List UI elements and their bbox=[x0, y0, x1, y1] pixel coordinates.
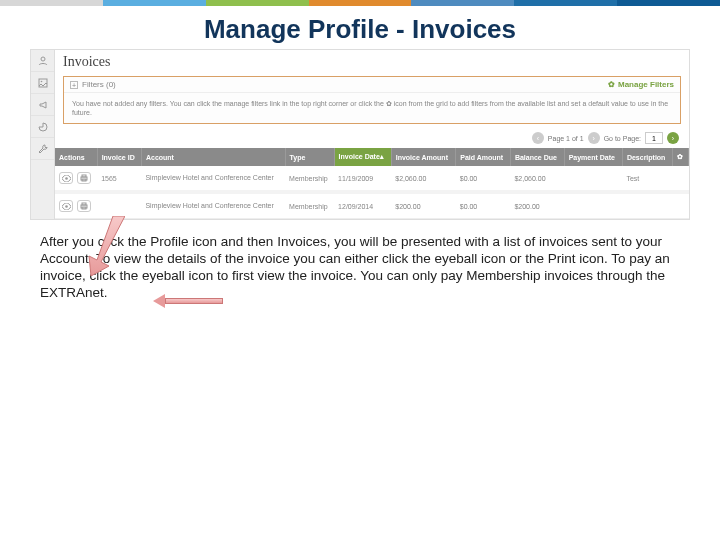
table-row: 1565 Simpleview Hotel and Conference Cen… bbox=[55, 166, 689, 192]
print-icon[interactable] bbox=[77, 172, 91, 184]
annotation-arrow-icon bbox=[85, 216, 125, 276]
filters-help-text: You have not added any filters. You can … bbox=[64, 93, 680, 123]
svg-point-3 bbox=[65, 177, 68, 180]
cell-paid-amount: $0.00 bbox=[456, 166, 511, 192]
col-type[interactable]: Type bbox=[285, 148, 334, 166]
svg-rect-5 bbox=[82, 175, 86, 177]
pager-page-label: Page 1 of 1 bbox=[548, 135, 584, 142]
expand-icon[interactable]: + bbox=[70, 81, 78, 89]
col-account[interactable]: Account bbox=[141, 148, 285, 166]
col-description[interactable]: Description bbox=[622, 148, 672, 166]
pager-goto-input[interactable] bbox=[645, 132, 663, 144]
left-iconbar bbox=[31, 50, 55, 219]
cell-type: Membership bbox=[285, 166, 334, 192]
cell-invoice-amount: $2,060.00 bbox=[391, 166, 456, 192]
invoices-table: Actions Invoice ID Account Type Invoice … bbox=[55, 148, 689, 219]
col-invoice-id[interactable]: Invoice ID bbox=[97, 148, 141, 166]
slide-title: Manage Profile - Invoices bbox=[0, 6, 720, 49]
cell-invoice-id[interactable] bbox=[97, 192, 141, 219]
svg-rect-9 bbox=[82, 203, 86, 205]
app-screenshot: Invoices + Filters (0) ✿ Manage Filters … bbox=[30, 49, 690, 220]
col-invoice-date[interactable]: Invoice Date▴ bbox=[334, 148, 391, 166]
pager-prev-icon[interactable]: ‹ bbox=[532, 132, 544, 144]
filters-label: Filters (0) bbox=[82, 80, 116, 89]
svg-point-2 bbox=[40, 80, 42, 82]
col-settings-gear-icon[interactable]: ✿ bbox=[673, 148, 689, 166]
svg-marker-11 bbox=[89, 216, 125, 276]
cell-description bbox=[622, 192, 672, 219]
wrench-icon[interactable] bbox=[31, 138, 54, 160]
cell-paid-amount: $0.00 bbox=[456, 192, 511, 219]
col-payment-date[interactable]: Payment Date bbox=[564, 148, 622, 166]
svg-point-0 bbox=[41, 57, 45, 61]
print-icon[interactable] bbox=[77, 200, 91, 212]
cell-balance-due: $2,060.00 bbox=[510, 166, 564, 192]
cell-payment-date bbox=[564, 192, 622, 219]
cell-description: Test bbox=[622, 166, 672, 192]
image-icon[interactable] bbox=[31, 72, 54, 94]
cell-balance-due: $200.00 bbox=[510, 192, 564, 219]
cell-payment-date bbox=[564, 166, 622, 192]
gear-icon: ✿ bbox=[608, 80, 615, 89]
table-row: Simpleview Hotel and Conference Center M… bbox=[55, 192, 689, 219]
eye-icon[interactable] bbox=[59, 200, 73, 212]
svg-point-7 bbox=[65, 205, 68, 208]
cell-account[interactable]: Simpleview Hotel and Conference Center bbox=[141, 166, 285, 192]
filters-panel: + Filters (0) ✿ Manage Filters You have … bbox=[63, 76, 681, 124]
pager-go-icon[interactable]: › bbox=[667, 132, 679, 144]
manage-filters-label: Manage Filters bbox=[618, 80, 674, 89]
bullhorn-icon[interactable] bbox=[31, 94, 54, 116]
col-balance-due[interactable]: Balance Due bbox=[510, 148, 564, 166]
pager-goto-label: Go to Page: bbox=[604, 135, 641, 142]
cell-account[interactable]: Simpleview Hotel and Conference Center bbox=[141, 192, 285, 219]
cell-invoice-date: 11/19/2009 bbox=[334, 166, 391, 192]
cell-type: Membership bbox=[285, 192, 334, 219]
col-actions: Actions bbox=[55, 148, 97, 166]
chart-icon[interactable] bbox=[31, 116, 54, 138]
cell-invoice-id[interactable]: 1565 bbox=[97, 166, 141, 192]
col-invoice-amount[interactable]: Invoice Amount bbox=[391, 148, 456, 166]
page-heading: Invoices bbox=[55, 50, 689, 76]
profile-icon[interactable] bbox=[31, 50, 54, 72]
pager-next-icon[interactable]: › bbox=[588, 132, 600, 144]
cell-invoice-date: 12/09/2014 bbox=[334, 192, 391, 219]
top-stripe bbox=[0, 0, 720, 6]
eye-icon[interactable] bbox=[59, 172, 73, 184]
col-paid-amount[interactable]: Paid Amount bbox=[456, 148, 511, 166]
pager: ‹ Page 1 of 1 › Go to Page: › bbox=[55, 128, 689, 148]
manage-filters-link[interactable]: ✿ Manage Filters bbox=[608, 80, 674, 89]
cell-invoice-amount: $200.00 bbox=[391, 192, 456, 219]
